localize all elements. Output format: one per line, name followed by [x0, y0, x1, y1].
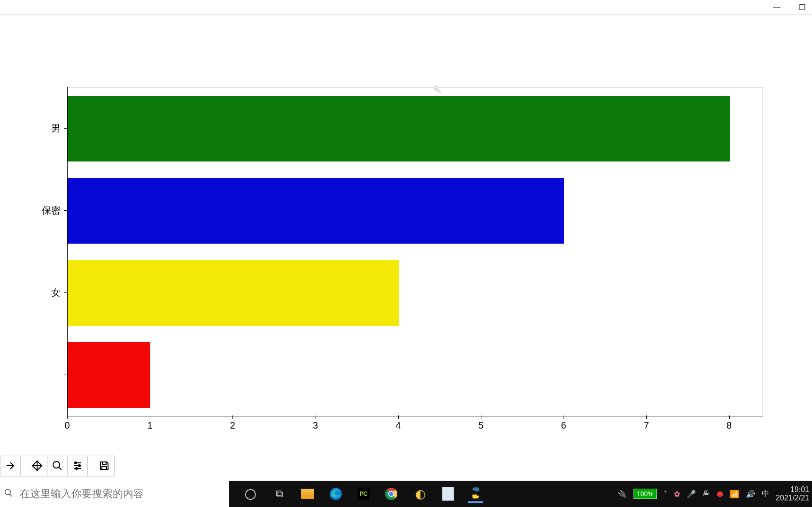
volume-icon[interactable]: 🔊 — [746, 490, 755, 499]
svg-point-3 — [76, 468, 77, 469]
power-icon[interactable]: 🔌 — [618, 490, 627, 499]
tray-flower-icon[interactable]: ✿ — [674, 490, 680, 499]
save-button[interactable] — [94, 456, 115, 476]
battery-status[interactable]: 100% — [634, 489, 657, 499]
tray-printer-icon[interactable]: 🖶 — [703, 490, 710, 498]
zoom-icon — [52, 460, 63, 471]
search-icon — [4, 488, 13, 499]
tray-chevron-icon[interactable]: ˄ — [664, 490, 667, 499]
plot-canvas[interactable]: 012345678 男保密女 — [0, 19, 812, 469]
matplotlib-toolbar — [0, 455, 115, 476]
matplotlib-figure-window: — ❐ 012345678 男保密女 ↖ — [0, 0, 812, 507]
forward-icon — [5, 460, 16, 471]
cortana-icon[interactable]: ◯ — [243, 486, 258, 501]
header-divider — [0, 15, 812, 15]
svg-point-2 — [78, 465, 80, 467]
svg-point-0 — [53, 461, 60, 468]
chart-bar — [68, 178, 564, 244]
chart-axes — [67, 87, 763, 416]
svg-point-4 — [5, 490, 11, 495]
taskbar-search-input[interactable] — [19, 487, 229, 500]
window-controls: — ❐ — [770, 0, 812, 15]
pan-icon — [31, 460, 43, 471]
taskbar-clock[interactable]: 19:01 2021/2/21 — [776, 485, 809, 502]
wifi-icon[interactable]: 📶 — [730, 490, 739, 499]
forward-button[interactable] — [0, 456, 21, 476]
sliders-icon — [72, 460, 83, 471]
maximize-button[interactable]: ❐ — [798, 3, 806, 12]
chart-bar — [68, 342, 150, 408]
chrome-icon[interactable] — [384, 486, 399, 501]
notepad-icon[interactable] — [442, 487, 454, 501]
ime-indicator[interactable]: 中 — [762, 489, 769, 499]
svg-point-10 — [389, 492, 393, 496]
save-icon — [99, 460, 110, 471]
minimize-button[interactable]: — — [773, 3, 781, 12]
tray-bug-icon[interactable]: ⬢ — [717, 490, 723, 499]
taskbar-search[interactable] — [0, 481, 230, 507]
task-view-icon[interactable]: ⧉ — [272, 486, 287, 501]
chart-bar — [68, 96, 730, 161]
python-icon[interactable] — [468, 485, 483, 503]
potplayer-icon[interactable]: ◐ — [413, 486, 428, 501]
windows-taskbar: ◯ ⧉ PC ◐ 🔌 100% ˄ ✿ 🎤 🖶 ⬢ 📶 🔊 — [0, 481, 812, 507]
pycharm-icon[interactable]: PC — [357, 488, 370, 500]
pan-button[interactable] — [27, 456, 47, 476]
edge-icon[interactable] — [328, 486, 343, 501]
zoom-button[interactable] — [47, 456, 68, 476]
system-tray: 🔌 100% ˄ ✿ 🎤 🖶 ⬢ 📶 🔊 中 19:01 2021/2/21 — [618, 485, 812, 502]
file-explorer-icon[interactable] — [301, 489, 314, 499]
configure-button[interactable] — [68, 456, 88, 476]
tray-mic-icon[interactable]: 🎤 — [687, 490, 696, 499]
clock-date: 2021/2/21 — [776, 494, 809, 502]
taskbar-apps: ◯ ⧉ PC ◐ — [243, 481, 483, 507]
svg-point-1 — [75, 462, 77, 464]
clock-time: 19:01 — [776, 485, 809, 494]
chart-bar — [68, 260, 399, 326]
